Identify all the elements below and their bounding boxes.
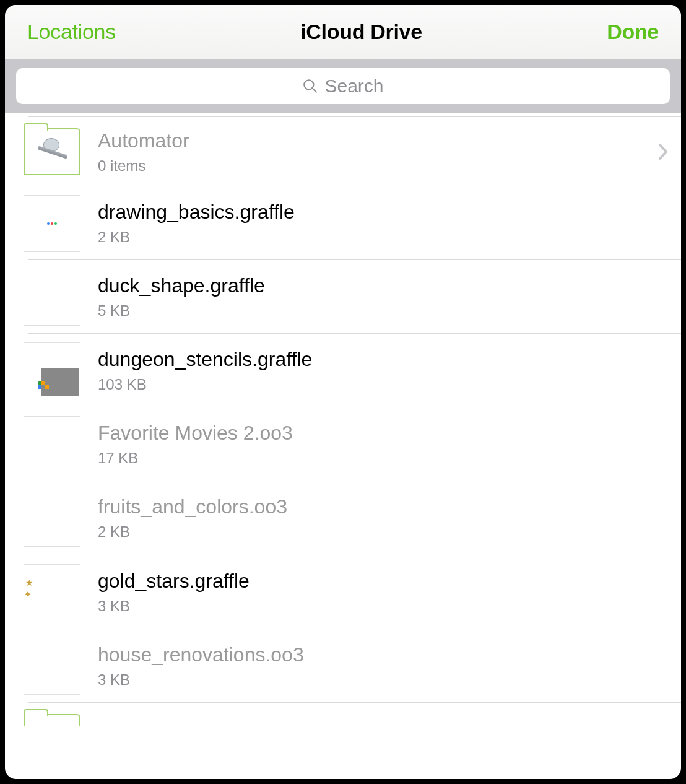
item-name: dungeon_stencils.graffle [98, 348, 669, 371]
item-detail: 0 items [98, 157, 658, 175]
navigation-bar: Locations iCloud Drive Done [5, 5, 681, 59]
file-thumbnail [24, 490, 80, 547]
item-detail: 17 KB [98, 450, 669, 467]
folder-icon [24, 128, 80, 175]
file-thumbnail [24, 416, 80, 473]
star-icon: ★◆ [24, 578, 33, 597]
search-bar-container: Search [5, 59, 681, 113]
item-detail: 2 KB [98, 229, 669, 246]
item-detail: 2 KB [98, 523, 669, 541]
item-name: drawing_basics.graffle [98, 201, 669, 224]
file-thumbnail [24, 638, 80, 695]
list-item[interactable]: fruits_and_colors.oo3 2 KB [5, 481, 681, 555]
search-input[interactable]: Search [16, 68, 670, 104]
search-placeholder: Search [324, 76, 383, 97]
item-name: duck_shape.graffle [98, 274, 669, 297]
item-name: Automator [98, 129, 658, 152]
grid-icon [41, 368, 79, 396]
list-item[interactable]: house_renovations.oo3 3 KB [5, 629, 681, 703]
item-name: fruits_and_colors.oo3 [98, 495, 669, 518]
file-picker-window: Locations iCloud Drive Done Search Autom… [5, 5, 681, 779]
file-list: Automator 0 items drawing_basics.graffle… [5, 113, 681, 726]
list-item[interactable]: ★◆ gold_stars.graffle 3 KB [5, 555, 681, 629]
automator-app-icon [37, 137, 67, 167]
item-detail: 5 KB [98, 302, 669, 320]
done-button[interactable]: Done [607, 20, 659, 44]
list-item[interactable]: duck_shape.graffle 5 KB [5, 260, 681, 334]
item-name: gold_stars.graffle [98, 570, 669, 593]
item-detail: 3 KB [98, 671, 669, 689]
folder-icon [24, 714, 80, 726]
file-thumbnail [24, 195, 80, 252]
list-item-folder[interactable]: Automator 0 items [5, 117, 681, 186]
item-name: Favorite Movies 2.oo3 [98, 422, 669, 445]
svg-line-1 [313, 88, 317, 92]
file-thumbnail [24, 342, 80, 399]
list-item[interactable]: drawing_basics.graffle 2 KB [5, 186, 681, 260]
page-title: iCloud Drive [300, 20, 422, 44]
search-icon [302, 78, 318, 94]
item-detail: 3 KB [98, 598, 669, 615]
locations-button[interactable]: Locations [27, 20, 116, 44]
shapes-icon [47, 222, 57, 225]
list-item[interactable]: Favorite Movies 2.oo3 17 KB [5, 407, 681, 481]
file-thumbnail: ★◆ [24, 564, 80, 621]
chevron-right-icon [658, 142, 669, 161]
file-thumbnail [24, 269, 80, 326]
item-name: house_renovations.oo3 [98, 643, 669, 666]
item-detail: 103 KB [98, 376, 669, 393]
list-item[interactable]: dungeon_stencils.graffle 103 KB [5, 334, 681, 407]
